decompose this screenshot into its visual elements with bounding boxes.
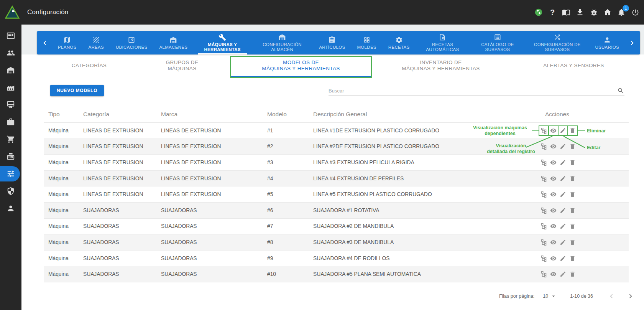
delete-icon[interactable] [569,127,576,134]
view-icon[interactable] [550,207,557,214]
cell-marca: SUAJADORAS [161,256,267,261]
column-header-categoria: Categoría [83,111,161,118]
view-icon[interactable] [550,143,557,150]
table-header: Tipo Categoría Marca Modelo Descripción … [44,101,629,123]
tab-alertas-y-sensores[interactable]: ALERTAS Y SENSORES [510,54,637,77]
edit-icon[interactable] [560,175,566,182]
sidebar-item-screen-list[interactable] [0,27,21,44]
cell-descripcion: LINEA #2DE EXTRUSION PLASTICO CORRUGADO [313,143,532,149]
nav-item-maquinas-y-herramientas[interactable]: MÁQUINAS Y HERRAMIENTAS [196,31,249,54]
tab-modelos-de-maquinas-y-herramientas[interactable]: MODELOS DEMÁQUINAS Y HERRAMIENTAS [230,54,372,77]
bug-icon[interactable] [590,8,598,16]
delete-icon[interactable] [569,239,576,246]
edit-icon[interactable] [560,271,566,277]
search-input[interactable] [329,88,617,94]
edit-icon[interactable] [560,223,566,229]
view-icon[interactable] [550,239,557,246]
nav-item-planos[interactable]: PLANOS [54,31,80,54]
tab-categorias[interactable]: CATEGORÍAS [44,54,134,77]
dependents-tree-icon[interactable] [540,127,547,134]
edit-icon[interactable] [560,207,566,214]
edit-icon[interactable] [560,191,566,198]
column-header-marca: Marca [161,111,267,118]
delete-icon[interactable] [569,191,576,198]
edit-icon[interactable] [560,143,566,150]
help-icon[interactable]: ? [548,8,557,16]
nav-item-catalogo-de-subpasos[interactable]: CATÁLOGO DE SUBPASOS [472,31,523,54]
nav-item-usuarios[interactable]: USUARIOS [591,31,623,54]
nav-item-recetas-automaticas[interactable]: RECETAS AUTOMÁTICAS [417,31,467,54]
sidebar-item-configuration[interactable] [0,165,21,182]
previous-page-chevron-icon[interactable] [607,292,616,301]
sidebar-item-warehouse[interactable] [0,61,21,79]
top-icon-group: ? 1 [534,8,639,16]
view-icon[interactable] [550,271,557,277]
sidebar-item-person[interactable] [0,200,21,217]
sidebar-item-cart[interactable] [0,130,21,148]
sidebar-item-factory[interactable] [0,79,21,96]
nav-item-ubicaciones[interactable]: UBICACIONES [112,31,151,54]
view-icon[interactable] [550,255,557,262]
view-icon[interactable] [550,191,557,198]
dependents-tree-icon[interactable] [540,255,547,262]
new-model-button[interactable]: NUEVO MODELO [50,85,104,96]
rows-per-page-select[interactable]: 10 [543,293,557,300]
sidebar-item-people[interactable] [0,44,21,61]
dependents-tree-icon[interactable] [540,175,547,182]
cell-tipo: Máquina [44,160,83,165]
delete-icon[interactable] [569,175,576,182]
delete-icon[interactable] [569,143,576,150]
bell-icon[interactable]: 1 [617,8,626,16]
tab-inventario-de-maquinas-y-herramientas[interactable]: INVENTARIO DEMÁQUINAS Y HERRAMIENTAS [372,54,510,77]
cell-descripcion: SUAJADORA #4 DE RODILLOS [313,256,532,261]
nav-scroll-left-chevron-icon[interactable] [40,31,50,54]
view-icon[interactable] [550,127,557,134]
delete-icon[interactable] [569,159,576,166]
view-icon[interactable] [550,223,557,229]
sidebar-item-register[interactable] [0,148,21,165]
dependents-tree-icon[interactable] [540,143,547,150]
nav-scroll-right-chevron-icon[interactable] [627,31,637,54]
tab-grupos-de-maquinas[interactable]: GRUPOS DEMÁQUINAS [134,54,230,77]
dependents-tree-icon[interactable] [540,239,547,246]
nav-item-areas[interactable]: ÁREAS [84,31,108,54]
cell-marca: LINEAS DE EXTRUSION [161,128,267,134]
notification-badge: 1 [623,5,629,12]
dependents-tree-icon[interactable] [540,207,547,214]
edit-icon[interactable] [560,127,566,134]
rows-per-page-label: Filas por página: [499,294,534,299]
dependents-tree-icon[interactable] [540,159,547,166]
edit-icon[interactable] [560,239,566,246]
next-page-chevron-icon[interactable] [626,292,635,301]
search-icon[interactable] [617,87,624,94]
nav-item-moldes[interactable]: MOLDES [353,31,380,54]
nav-item-recetas[interactable]: RECETAS [384,31,414,54]
nav-item-articulos[interactable]: ARTÍCULOS [315,31,349,54]
home-icon[interactable] [603,8,612,16]
delete-icon[interactable] [569,271,576,277]
edit-icon[interactable] [560,159,566,166]
clipboard-icon [328,36,336,44]
dependents-tree-icon[interactable] [540,191,547,198]
sidebar-item-briefcase[interactable] [0,113,21,130]
delete-icon[interactable] [569,223,576,229]
delete-icon[interactable] [569,255,576,262]
view-icon[interactable] [550,159,557,166]
nav-item-almacenes[interactable]: ALMACENES [156,31,192,54]
cell-categoria: LINEAS DE EXTRUSION [83,143,161,149]
dependents-tree-icon[interactable] [540,223,547,229]
view-icon[interactable] [550,175,557,182]
book-icon[interactable] [562,8,570,16]
sidebar-item-shield[interactable] [0,182,21,200]
dependents-tree-icon[interactable] [540,271,547,277]
nav-item-configuracion-de-subpasos[interactable]: CONFIGURACIÓN DE SUBPASOS [527,31,587,54]
delete-icon[interactable] [569,207,576,214]
user-icon [603,36,611,44]
edit-icon[interactable] [560,255,566,262]
nav-item-configuracion-almacen[interactable]: CONFIGURACIÓN ALMACÉN [253,31,311,54]
certificate-icon [7,101,15,109]
sidebar-item-certificate[interactable] [0,96,21,113]
power-icon[interactable] [631,8,639,16]
globe-icon[interactable] [534,8,543,16]
download-icon[interactable] [576,8,584,16]
